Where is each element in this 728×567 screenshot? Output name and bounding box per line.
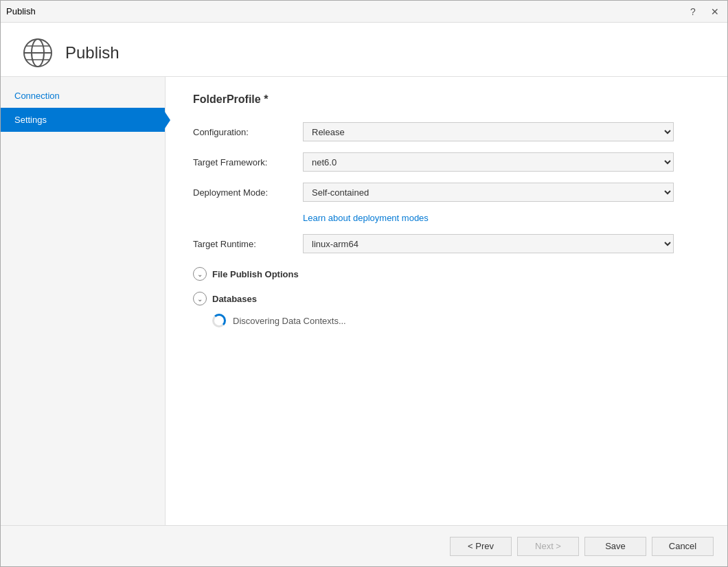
databases-section: ⌄ Databases Discovering Data Contexts... — [193, 289, 700, 327]
target-framework-dropdown[interactable]: net6.0 net7.0 net8.0 — [303, 152, 674, 172]
configuration-dropdown[interactable]: Debug Release — [303, 122, 674, 141]
target-runtime-control: linux-x64 linux-arm64 win-x64 osx-x64 — [303, 234, 674, 253]
title-bar-controls: ? ✕ — [686, 5, 722, 19]
databases-expand-icon: ⌄ — [193, 292, 207, 305]
header-area: Publish — [1, 23, 727, 77]
title-bar: Publish ? ✕ — [1, 1, 727, 23]
help-button[interactable]: ? — [686, 5, 700, 19]
publish-window: Publish ? ✕ Publish Connection — [0, 0, 728, 567]
title-bar-title: Publish — [6, 6, 36, 16]
target-runtime-label: Target Runtime: — [193, 239, 303, 249]
footer: < Prev Next > Save Cancel — [1, 525, 727, 566]
target-runtime-row: Target Runtime: linux-x64 linux-arm64 wi… — [193, 234, 700, 253]
title-bar-left: Publish — [6, 6, 36, 16]
section-title: FolderProfile * — [193, 93, 700, 106]
deployment-mode-control: Framework-dependent Self-contained — [303, 183, 674, 202]
target-framework-control: net6.0 net7.0 net8.0 — [303, 152, 674, 172]
target-framework-row: Target Framework: net6.0 net7.0 net8.0 — [193, 152, 700, 172]
loading-spinner — [212, 314, 226, 327]
databases-title: Databases — [212, 294, 257, 304]
file-publish-options-section: ⌄ File Publish Options — [193, 264, 700, 284]
configuration-row: Configuration: Debug Release — [193, 122, 700, 141]
prev-button[interactable]: < Prev — [450, 537, 512, 556]
file-publish-options-header[interactable]: ⌄ File Publish Options — [193, 264, 700, 284]
save-button[interactable]: Save — [584, 537, 646, 556]
configuration-label: Configuration: — [193, 127, 303, 137]
target-framework-label: Target Framework: — [193, 157, 303, 167]
main-area: Connection Settings FolderProfile * Conf… — [1, 77, 727, 525]
file-publish-options-title: File Publish Options — [212, 269, 299, 279]
sidebar-item-connection[interactable]: Connection — [1, 84, 165, 108]
close-button[interactable]: ✕ — [708, 5, 722, 19]
deployment-mode-dropdown[interactable]: Framework-dependent Self-contained — [303, 183, 674, 202]
sidebar-item-settings[interactable]: Settings — [1, 108, 165, 132]
learn-link[interactable]: Learn about deployment modes — [303, 213, 700, 223]
file-publish-expand-icon: ⌄ — [193, 267, 207, 281]
deployment-mode-row: Deployment Mode: Framework-dependent Sel… — [193, 183, 700, 202]
content-area: FolderProfile * Configuration: Debug Rel… — [166, 77, 727, 525]
deployment-mode-label: Deployment Mode: — [193, 187, 303, 198]
configuration-control: Debug Release — [303, 122, 674, 141]
databases-header[interactable]: ⌄ Databases — [193, 289, 700, 308]
globe-icon — [21, 36, 54, 69]
sidebar: Connection Settings — [1, 77, 166, 525]
page-title: Publish — [65, 43, 120, 62]
next-button[interactable]: Next > — [517, 537, 579, 556]
cancel-button[interactable]: Cancel — [652, 537, 714, 556]
loading-text: Discovering Data Contexts... — [233, 316, 346, 326]
window-content: Publish Connection Settings FolderProfil… — [1, 23, 727, 566]
loading-area: Discovering Data Contexts... — [212, 314, 700, 327]
target-runtime-dropdown[interactable]: linux-x64 linux-arm64 win-x64 osx-x64 — [303, 234, 674, 253]
